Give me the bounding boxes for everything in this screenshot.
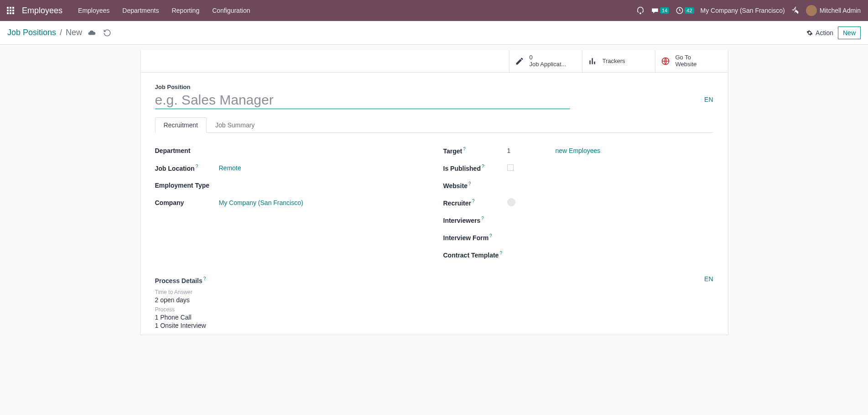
applications-label: Job Applicat... [530, 61, 567, 68]
pd-step-1: 1 Phone Call [155, 314, 713, 321]
control-panel: Job Positions / New Action New [0, 21, 868, 45]
pd-process-label: Process [155, 306, 713, 313]
stat-trackers[interactable]: Trackers [582, 50, 655, 72]
applications-count: 0 [530, 54, 567, 61]
svg-rect-12 [592, 58, 593, 64]
nav-employees[interactable]: Employees [72, 0, 116, 21]
field-company[interactable]: My Company (San Francisco) [219, 199, 303, 206]
lang-toggle[interactable]: EN [704, 96, 713, 103]
help-icon[interactable]: ? [203, 276, 206, 281]
pencil-icon [514, 56, 525, 67]
tabs: Recruitment Job Summary [155, 117, 713, 133]
app-title[interactable]: Employees [17, 6, 67, 16]
recruiter-avatar[interactable] [507, 198, 515, 206]
breadcrumb-separator: / [60, 28, 62, 37]
svg-rect-0 [7, 7, 9, 9]
process-details-body[interactable]: EN Time to Answer 2 open days Process 1 … [155, 289, 713, 329]
svg-rect-4 [10, 10, 11, 11]
main-area: 0 Job Applicat... Trackers Go To Websi [0, 45, 868, 335]
label-department: Department [155, 147, 219, 154]
breadcrumb-root[interactable]: Job Positions [7, 28, 56, 37]
process-details-heading: Process Details? [155, 276, 713, 284]
svg-rect-5 [12, 10, 14, 11]
label-employment-type: Employment Type [155, 182, 219, 189]
svg-point-9 [640, 13, 641, 14]
field-target-value[interactable]: 1 [507, 147, 548, 154]
checkbox-is-published[interactable] [507, 164, 514, 171]
help-icon[interactable]: ? [482, 164, 484, 169]
stat-buttons: 0 Job Applicat... Trackers Go To Websi [140, 50, 728, 73]
svg-rect-7 [10, 12, 11, 14]
gear-icon [806, 30, 813, 36]
target-unit: new Employees [556, 147, 601, 154]
svg-rect-1 [10, 7, 11, 9]
label-interview-form: Interview Form? [443, 233, 516, 242]
job-position-input[interactable] [155, 91, 570, 109]
label-job-location: Job Location? [155, 164, 219, 172]
activities-icon[interactable]: 42 [676, 6, 694, 15]
breadcrumb-current: New [66, 28, 82, 37]
nav-menu: Employees Departments Reporting Configur… [72, 0, 256, 21]
label-contract-template: Contract Template? [443, 251, 516, 259]
svg-rect-11 [589, 60, 591, 64]
form-sheet: 0 Job Applicat... Trackers Go To Websi [140, 50, 728, 335]
svg-rect-8 [12, 12, 14, 14]
systray: 14 42 My Company (San Francisco) Mitchel… [636, 5, 864, 16]
label-company: Company [155, 199, 219, 206]
help-icon[interactable]: ? [196, 164, 198, 169]
activities-badge: 42 [685, 7, 694, 14]
label-interviewers: Interviewers? [443, 216, 507, 224]
svg-rect-3 [7, 10, 9, 11]
field-job-location[interactable]: Remote [219, 164, 241, 172]
label-target: Target? [443, 147, 507, 155]
nav-departments[interactable]: Departments [116, 0, 165, 21]
action-label: Action [816, 29, 833, 37]
globe-icon [660, 56, 671, 67]
process-lang-toggle[interactable]: EN [704, 275, 713, 283]
user-name-label: Mitchell Admin [820, 7, 861, 14]
goto-line2: Website [676, 61, 697, 68]
messaging-badge: 14 [660, 7, 669, 14]
new-button[interactable]: New [838, 26, 861, 39]
pd-time-value: 2 open days [155, 296, 713, 304]
help-icon[interactable]: ? [463, 147, 466, 152]
help-icon[interactable]: ? [489, 233, 492, 238]
pd-step-2: 1 Onsite Interview [155, 322, 713, 329]
debug-icon[interactable] [791, 6, 800, 15]
svg-rect-6 [7, 12, 9, 14]
nav-configuration[interactable]: Configuration [206, 0, 256, 21]
action-menu[interactable]: Action [806, 29, 833, 37]
breadcrumb: Job Positions / New [7, 27, 113, 39]
help-icon[interactable]: ? [499, 251, 502, 256]
apps-icon[interactable] [4, 4, 17, 17]
stat-goto-website[interactable]: Go To Website [655, 50, 728, 72]
company-switcher[interactable]: My Company (San Francisco) [701, 7, 785, 14]
job-position-label: Job Position [155, 84, 713, 90]
help-icon[interactable]: ? [481, 216, 484, 221]
top-navbar: Employees Employees Departments Reportin… [0, 0, 868, 21]
bar-chart-icon [587, 56, 598, 67]
label-website: Website? [443, 181, 507, 189]
pd-time-label: Time to Answer [155, 289, 713, 295]
label-is-published: Is Published? [443, 164, 507, 172]
save-cloud-icon[interactable] [86, 27, 98, 39]
form-left-column: Department Job Location? Remote Employme… [155, 142, 425, 263]
messaging-icon[interactable]: 14 [651, 6, 669, 15]
svg-rect-13 [594, 62, 595, 64]
label-recruiter: Recruiter? [443, 199, 507, 207]
tab-recruitment[interactable]: Recruitment [155, 117, 207, 133]
voip-icon[interactable] [636, 6, 645, 15]
tab-job-summary[interactable]: Job Summary [207, 117, 263, 132]
avatar [806, 5, 817, 16]
help-icon[interactable]: ? [468, 181, 471, 186]
form-right-column: Target? 1 new Employees Is Published? We… [443, 142, 713, 263]
trackers-label: Trackers [603, 58, 625, 65]
goto-line1: Go To [676, 54, 697, 61]
stat-job-applications[interactable]: 0 Job Applicat... [509, 50, 582, 72]
nav-reporting[interactable]: Reporting [165, 0, 206, 21]
discard-icon[interactable] [101, 27, 113, 39]
svg-rect-2 [12, 7, 14, 9]
help-icon[interactable]: ? [472, 199, 475, 204]
user-menu[interactable]: Mitchell Admin [806, 5, 861, 16]
